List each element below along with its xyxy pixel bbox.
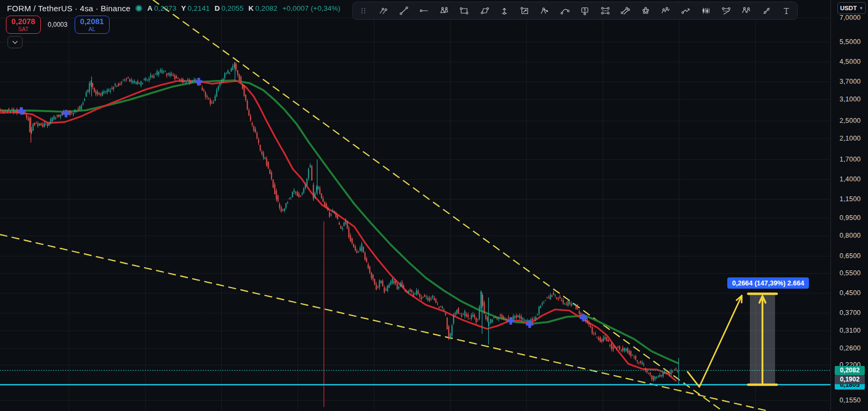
tool-xabcd-pattern[interactable] bbox=[438, 5, 450, 17]
price-tick-label: 3,1000 bbox=[840, 96, 860, 103]
price-tick-label: 0,9500 bbox=[840, 214, 860, 222]
tool-elliott-wave[interactable] bbox=[660, 5, 671, 17]
ohlc-label: D bbox=[215, 4, 220, 12]
tool-trend-line[interactable] bbox=[398, 5, 409, 17]
tool-fib-retracement[interactable] bbox=[599, 5, 611, 17]
price-tick-label: 2,5000 bbox=[840, 117, 860, 124]
sell-price: 0,2078 bbox=[11, 18, 35, 26]
price-tick-label: 1,4000 bbox=[840, 175, 860, 183]
horizontal-ray-icon bbox=[419, 6, 429, 16]
price-change: +0,0007 (+0,34%) bbox=[283, 4, 341, 12]
price-tick-label: 2,1000 bbox=[840, 135, 860, 142]
tool-bars-pattern[interactable] bbox=[700, 5, 712, 17]
price-tick-label: 0,6500 bbox=[840, 252, 860, 260]
parallelogram-icon bbox=[480, 6, 489, 16]
tool-sloped-trend-line[interactable] bbox=[761, 5, 772, 17]
tool-trend-arrow[interactable] bbox=[680, 5, 691, 17]
price-tick-label: 0,1550 bbox=[840, 397, 860, 404]
fib-retracement-icon bbox=[601, 6, 610, 16]
cycle-pattern-icon bbox=[641, 6, 650, 16]
tool-fib-channel[interactable] bbox=[720, 5, 732, 17]
tool-harmonic-pattern[interactable]: c bbox=[741, 5, 752, 17]
ohlc-value: 0,2055 bbox=[221, 4, 243, 12]
tool-price-label[interactable]: $ bbox=[580, 5, 591, 17]
trend-arrow-icon bbox=[681, 6, 691, 16]
currency-selector-button[interactable]: USDT ▼ bbox=[837, 2, 866, 14]
spread-value: 0,0003 bbox=[45, 19, 70, 30]
ohlc-label: K bbox=[249, 4, 254, 12]
ohlc-value: 0,2141 bbox=[187, 4, 209, 12]
drawing-toolbar: $c bbox=[352, 2, 798, 20]
trade-widget: 0,2078 SAT 0,0003 0,2081 AL bbox=[6, 16, 110, 34]
price-label-icon: $ bbox=[580, 6, 590, 16]
tool-rectangle[interactable] bbox=[459, 5, 470, 17]
ohlc-value: 0,2073 bbox=[154, 4, 176, 12]
tool-projection[interactable] bbox=[519, 5, 530, 17]
drag-handle-icon bbox=[359, 6, 368, 16]
bars-pattern-icon bbox=[701, 6, 711, 16]
ohlc-values: A0,2073Y0,2141D0,2055K0,2082 bbox=[147, 4, 277, 12]
fib-channel-icon bbox=[721, 6, 731, 16]
harmonic-pattern-icon: c bbox=[741, 6, 751, 16]
price-tick-label: 0,5500 bbox=[840, 269, 860, 277]
ohlc-label: A bbox=[147, 4, 153, 12]
arc-icon bbox=[560, 6, 570, 16]
current-price-badge: 0,2082 bbox=[835, 366, 865, 375]
chevron-down-icon bbox=[13, 41, 17, 43]
price-tick-label: 5,5000 bbox=[840, 38, 860, 46]
tool-arc[interactable] bbox=[559, 5, 570, 17]
projection-icon bbox=[520, 6, 530, 16]
price-tick-label: 0,3700 bbox=[840, 309, 860, 317]
buy-price: 0,2081 bbox=[80, 18, 104, 26]
tool-trend-segments[interactable] bbox=[378, 5, 389, 17]
parallel-channel-icon bbox=[620, 6, 630, 16]
trend-line-icon bbox=[399, 6, 409, 16]
sell-button[interactable]: 0,2078 SAT bbox=[6, 16, 41, 34]
svg-text:c: c bbox=[747, 10, 748, 13]
ohlc-value: 0,2082 bbox=[255, 4, 277, 12]
price-tick-label: 7,0000 bbox=[840, 14, 860, 21]
sloped-trend-line-icon bbox=[762, 6, 771, 16]
xabcd-pattern-icon bbox=[439, 6, 449, 16]
ohlc-label: Y bbox=[181, 4, 186, 12]
price-chart-canvas[interactable] bbox=[0, 0, 830, 411]
tool-parallel-channel[interactable] bbox=[620, 5, 631, 17]
price-tick-label: 1,7000 bbox=[840, 156, 860, 163]
triangle-pattern-icon bbox=[540, 6, 549, 16]
buy-button[interactable]: 0,2081 AL bbox=[75, 16, 110, 34]
chevron-down-icon: ▼ bbox=[859, 6, 863, 11]
tool-horizontal-ray[interactable] bbox=[418, 5, 430, 17]
price-tick-label: 0,8000 bbox=[840, 232, 860, 239]
symbol-header: FORM / TetherUS · 4sa · Binance A0,2073Y… bbox=[7, 4, 341, 13]
price-tick-label: 0,4500 bbox=[840, 289, 860, 297]
trend-segments-icon bbox=[379, 6, 388, 16]
svg-text:$: $ bbox=[584, 8, 586, 12]
tool-cycle-pattern[interactable] bbox=[640, 5, 651, 17]
text-icon bbox=[782, 6, 791, 16]
date-price-range-icon bbox=[500, 6, 509, 16]
buy-label: AL bbox=[89, 26, 96, 32]
price-tick-label: 1,1500 bbox=[840, 195, 860, 203]
price-tick-label: 3,7000 bbox=[840, 78, 860, 85]
elliott-wave-icon bbox=[661, 6, 670, 16]
price-tick-label: 4,5000 bbox=[840, 58, 860, 65]
price-axis[interactable]: 7,00005,50004,50003,70003,10002,50002,10… bbox=[830, 0, 868, 411]
market-status-icon bbox=[135, 5, 142, 12]
price-tick-label: 0,3100 bbox=[840, 327, 860, 334]
tool-triangle-pattern[interactable] bbox=[539, 5, 551, 17]
price-tick-label: 0,2600 bbox=[840, 344, 860, 352]
tool-date-price-range[interactable] bbox=[499, 5, 510, 17]
collapse-widget-button[interactable] bbox=[8, 36, 23, 48]
drag-handle-icon[interactable] bbox=[358, 5, 369, 17]
tool-parallelogram[interactable] bbox=[479, 5, 490, 17]
symbol-title[interactable]: FORM / TetherUS · 4sa · Binance bbox=[7, 4, 131, 13]
tool-text[interactable] bbox=[781, 5, 792, 17]
gray-price-badge: 0,1902 bbox=[835, 375, 865, 384]
currency-label: USDT bbox=[840, 5, 857, 11]
rectangle-icon bbox=[459, 6, 469, 16]
measure-label[interactable]: 0,2664 (147,39%) 2.664 bbox=[727, 277, 809, 289]
sell-label: SAT bbox=[18, 26, 29, 32]
